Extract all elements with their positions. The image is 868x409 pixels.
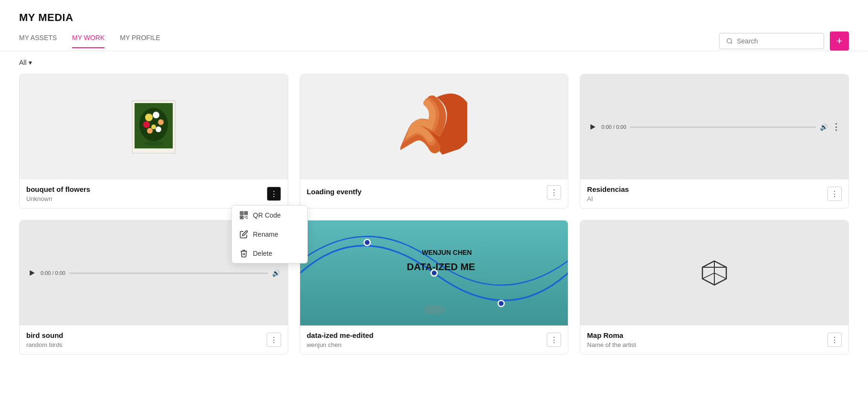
- audio-progress-bar-bird[interactable]: [69, 273, 268, 274]
- svg-line-1: [731, 42, 732, 44]
- media-grid: bouquet of flowers Unknown ⋮ Loading eve…: [0, 74, 868, 374]
- search-input[interactable]: [737, 37, 817, 45]
- card-subtitle: wenjun chen: [307, 341, 547, 348]
- volume-icon[interactable]: 🔊: [820, 123, 828, 131]
- context-menu-delete[interactable]: Delete: [232, 244, 307, 263]
- svg-point-18: [364, 240, 370, 246]
- card-media-logo: [300, 74, 568, 179]
- card-map-roma: Map Roma Name of the artist ⋮: [580, 220, 849, 355]
- svg-point-19: [498, 300, 504, 306]
- svg-rect-34: [241, 217, 242, 218]
- chevron-down-icon: ▾: [29, 59, 32, 66]
- context-menu: QR Code Rename Delete: [231, 205, 308, 263]
- card-subtitle: random birds: [26, 341, 267, 348]
- svg-line-27: [714, 273, 726, 279]
- svg-point-9: [151, 125, 156, 129]
- qr-code-label: QR Code: [253, 211, 281, 219]
- rename-label: Rename: [253, 231, 278, 238]
- data-viz-thumbnail: WENJUN CHEN DATA-IZED ME: [300, 220, 568, 325]
- svg-point-10: [156, 126, 161, 132]
- card-info-eventfy: Loading eventfy ⋮: [300, 179, 568, 205]
- play-icon: [29, 270, 35, 276]
- card-info-data: data-ized me-edited wenjun chen ⋮: [300, 325, 568, 354]
- more-button-eventfy[interactable]: ⋮: [547, 185, 561, 199]
- card-info-map: Map Roma Name of the artist ⋮: [580, 325, 848, 354]
- card-subtitle: Name of the artist: [587, 341, 827, 348]
- tabs-actions: +: [719, 31, 849, 51]
- svg-marker-13: [591, 124, 596, 130]
- rename-icon: [240, 230, 248, 239]
- more-button-bouquet[interactable]: ⋮: [267, 187, 281, 201]
- card-residencias: 0:00 / 0:00 🔊 ⋮ Residencias AI ⋮: [580, 74, 849, 209]
- volume-icon-bird[interactable]: 🔊: [272, 269, 280, 277]
- qr-code-icon: [240, 211, 248, 220]
- audio-time-bird: 0:00 / 0:00: [41, 270, 65, 276]
- tab-my-profile[interactable]: MY PROFILE: [120, 34, 160, 48]
- card-info-bird: bird sound random birds ⋮: [20, 325, 288, 354]
- audio-player: 0:00 / 0:00 🔊 ⋮: [588, 122, 841, 132]
- svg-point-12: [144, 141, 163, 146]
- svg-text:WENJUN CHEN: WENJUN CHEN: [422, 249, 471, 256]
- svg-text:DATA-IZED ME: DATA-IZED ME: [407, 262, 475, 272]
- card-title: bird sound: [26, 331, 267, 339]
- card-subtitle: Unknown: [26, 195, 267, 202]
- more-button-residencias[interactable]: ⋮: [827, 187, 842, 201]
- tabs-row: MY ASSETS MY WORK MY PROFILE +: [0, 24, 868, 51]
- card-media-image: [20, 74, 288, 179]
- search-icon: [726, 38, 733, 44]
- audio-player-bird: 0:00 / 0:00 🔊: [27, 268, 280, 278]
- page-title: MY MEDIA: [19, 11, 849, 24]
- more-button-data[interactable]: ⋮: [547, 333, 561, 347]
- svg-rect-35: [245, 216, 246, 217]
- card-title-block: Loading eventfy: [307, 188, 547, 198]
- card-media-data: WENJUN CHEN DATA-IZED ME: [300, 220, 568, 325]
- audio-progress-bar[interactable]: [630, 126, 816, 128]
- painting-thumbnail: [130, 98, 178, 156]
- card-title: Map Roma: [587, 331, 827, 339]
- eventfy-logo: [400, 89, 467, 165]
- svg-rect-36: [246, 216, 248, 217]
- tab-my-work[interactable]: MY WORK: [72, 34, 105, 48]
- svg-point-8: [143, 121, 150, 128]
- svg-point-22: [423, 304, 445, 314]
- context-menu-qr-code[interactable]: QR Code: [232, 206, 307, 225]
- filter-dropdown[interactable]: All ▾: [19, 59, 849, 66]
- svg-point-7: [158, 119, 164, 125]
- 3d-box-icon: [700, 259, 729, 287]
- card-title: data-ized me-edited: [307, 331, 547, 339]
- svg-point-11: [147, 128, 153, 134]
- play-button[interactable]: [588, 122, 597, 132]
- card-info: bouquet of flowers Unknown ⋮: [20, 179, 288, 208]
- card-media-3d: [580, 220, 848, 325]
- svg-line-26: [702, 273, 714, 279]
- search-box[interactable]: [719, 33, 824, 49]
- delete-icon: [240, 249, 248, 258]
- card-loading-eventfy: Loading eventfy ⋮: [300, 74, 569, 209]
- card-title-block: bouquet of flowers Unknown: [26, 185, 267, 202]
- svg-point-6: [153, 112, 159, 118]
- card-bouquet-of-flowers: bouquet of flowers Unknown ⋮: [19, 74, 288, 209]
- card-info-residencias: Residencias AI ⋮: [580, 179, 848, 208]
- card-title-block: bird sound random birds: [26, 331, 267, 348]
- more-button-map[interactable]: ⋮: [827, 333, 842, 347]
- card-title-block: Map Roma Name of the artist: [587, 331, 827, 348]
- add-button[interactable]: +: [830, 31, 849, 51]
- filter-row: All ▾: [0, 51, 868, 74]
- card-title-block: data-ized me-edited wenjun chen: [307, 331, 547, 348]
- more-button-bird[interactable]: ⋮: [267, 333, 281, 347]
- play-button-bird[interactable]: [27, 268, 37, 278]
- tabs-container: MY ASSETS MY WORK MY PROFILE: [19, 34, 160, 48]
- header: MY MEDIA: [0, 0, 868, 24]
- card-title: bouquet of flowers: [26, 185, 267, 193]
- card-title: Loading eventfy: [307, 188, 547, 196]
- svg-point-5: [145, 114, 153, 121]
- card-subtitle: AI: [587, 195, 827, 202]
- audio-more-button[interactable]: ⋮: [832, 122, 841, 132]
- context-menu-rename[interactable]: Rename: [232, 225, 307, 244]
- svg-rect-37: [245, 218, 246, 219]
- audio-time: 0:00 / 0:00: [601, 124, 626, 130]
- card-media-audio-residencias: 0:00 / 0:00 🔊 ⋮: [580, 74, 848, 179]
- svg-rect-32: [245, 212, 247, 214]
- tab-my-assets[interactable]: MY ASSETS: [19, 34, 57, 48]
- filter-label: All: [19, 59, 27, 66]
